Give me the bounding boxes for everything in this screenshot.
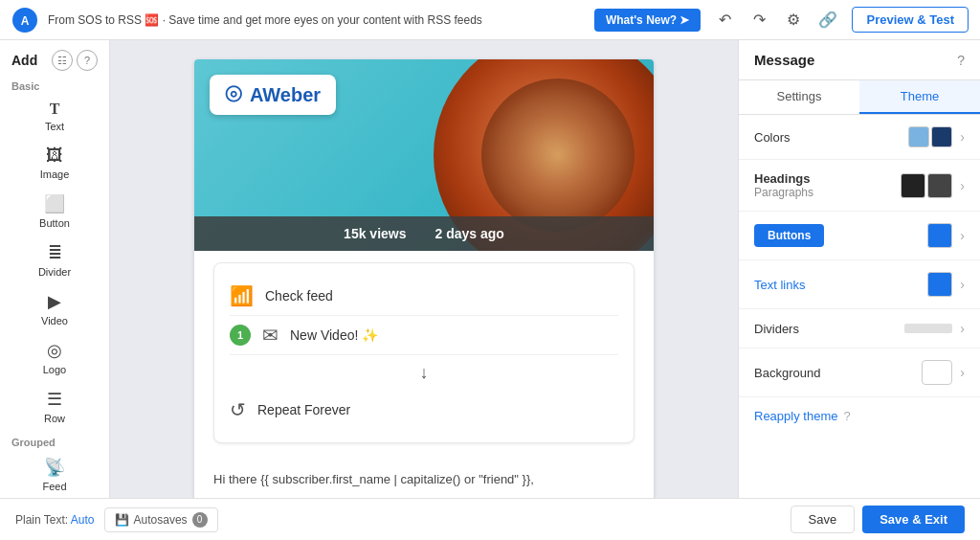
food-stat-views: 15k views	[344, 226, 406, 241]
background-swatch[interactable]	[922, 360, 952, 385]
tab-settings[interactable]: Settings	[739, 80, 859, 114]
redo-button[interactable]: ↷	[745, 6, 773, 34]
settings-icon[interactable]: ⚙	[779, 6, 808, 34]
buttons-color-swatch[interactable]	[927, 223, 952, 248]
email-preview: ⦾ AWeber 15k views 2 days ago 📶	[194, 59, 654, 521]
theme-row-textlinks: Text links ›	[739, 260, 980, 309]
paragraphs-label: Paragraphs	[754, 186, 893, 199]
color-swatch-2[interactable]	[931, 126, 952, 147]
bottom-bar: Plain Text: Auto 💾 Autosaves 0 Save Save…	[0, 498, 980, 540]
dividers-label: Dividers	[754, 322, 822, 336]
email-header: ⦾ AWeber 15k views 2 days ago	[194, 59, 654, 251]
heading-swatch-2[interactable]	[927, 173, 952, 198]
feed-arrow: ↓	[230, 355, 618, 391]
bottom-left: Plain Text: Auto 💾 Autosaves 0	[15, 507, 218, 532]
color-swatch-1[interactable]	[908, 126, 929, 147]
theme-row-buttons: Buttons ›	[739, 212, 980, 260]
save-button[interactable]: Save	[791, 506, 856, 533]
sidebar-item-feed[interactable]: 📡 Feed	[6, 451, 103, 498]
sidebar-item-row[interactable]: ☰ Row	[6, 383, 103, 430]
colors-swatches	[908, 126, 952, 147]
check-feed-icon: 📶	[230, 284, 254, 307]
sidebar-item-logo[interactable]: ◎ Logo	[6, 334, 103, 381]
sidebar-help-icon[interactable]: ?	[77, 50, 98, 71]
tabs-row: Settings Theme	[739, 80, 980, 115]
autosaves-label: Autosaves	[134, 513, 188, 527]
envelope-icon: ✉	[262, 324, 278, 347]
sidebar-item-image-label: Image	[40, 169, 70, 180]
preview-test-button[interactable]: Preview & Test	[852, 7, 969, 33]
whats-new-button[interactable]: What's New? ➤	[594, 9, 702, 32]
sidebar-item-text-label: Text	[45, 121, 64, 132]
textlinks-chevron-icon[interactable]: ›	[960, 277, 965, 292]
autosaves-icon: 💾	[115, 513, 129, 527]
logo-icon: ◎	[47, 340, 62, 361]
buttons-chevron-icon[interactable]: ›	[960, 228, 965, 243]
reapply-link[interactable]: Reapply theme	[754, 409, 837, 423]
theme-row-dividers: Dividers ›	[739, 309, 980, 349]
background-chevron-icon[interactable]: ›	[960, 365, 965, 380]
divider-icon: ≣	[48, 242, 62, 263]
background-label: Background	[754, 366, 831, 380]
plain-text-auto[interactable]: Auto	[71, 513, 95, 527]
theme-row-colors: Colors ›	[739, 115, 980, 160]
sidebar-item-text[interactable]: T Text	[6, 95, 103, 138]
content-area: ⦾ AWeber 15k views 2 days ago 📶	[110, 40, 738, 540]
save-exit-button[interactable]: Save & Exit	[862, 506, 965, 533]
feed-item-check: 📶 Check feed	[230, 277, 618, 316]
tab-theme[interactable]: Theme	[859, 80, 980, 114]
dividers-chevron-icon[interactable]: ›	[960, 321, 965, 336]
feed-badge: 1	[230, 325, 251, 346]
sidebar-add-icons: ☷ ?	[52, 50, 98, 71]
right-panel: Message ? Settings Theme Colors › Headin…	[738, 40, 980, 540]
sidebar-item-logo-label: Logo	[43, 364, 66, 375]
food-stat-time: 2 days ago	[435, 226, 504, 241]
reapply-row: Reapply theme ?	[739, 397, 980, 435]
feed-card: 📶 Check feed 1 ✉ New Video! ✨ ↓ ↺ Repeat…	[213, 262, 635, 443]
heading-swatch-1[interactable]	[901, 173, 925, 198]
autosaves-button[interactable]: 💾 Autosaves 0	[104, 507, 218, 532]
repeat-label: Repeat Forever	[257, 402, 350, 417]
sidebar-grid-icon[interactable]: ☷	[52, 50, 73, 71]
feed-icon: 📡	[44, 457, 65, 478]
text-links-label[interactable]: Text links	[754, 278, 805, 292]
sidebar-item-image[interactable]: 🖼 Image	[6, 140, 103, 186]
topbar: A From SOS to RSS 🆘 · Save time and get …	[0, 0, 980, 40]
main-layout: Add ☷ ? Basic T Text 🖼 Image ⬜ Button ≣ …	[0, 40, 980, 540]
topbar-icons: ↶ ↷ ⚙ 🔗	[710, 6, 842, 34]
aweber-logo-text: AWeber	[250, 84, 321, 106]
colors-chevron-icon[interactable]: ›	[960, 129, 965, 145]
buttons-swatch[interactable]: Buttons	[754, 224, 824, 247]
autosaves-badge: 0	[192, 512, 208, 528]
sidebar-item-video[interactable]: ▶ Video	[6, 285, 103, 332]
sidebar-item-button-label: Button	[39, 217, 70, 229]
sidebar-item-divider[interactable]: ≣ Divider	[6, 236, 103, 283]
right-panel-help-icon[interactable]: ?	[957, 53, 965, 68]
headings-chevron-icon[interactable]: ›	[960, 178, 965, 193]
theme-row-background: Background ›	[739, 349, 980, 397]
aweber-logo-icon: ⦾	[225, 82, 242, 107]
headings-label: Headings	[754, 171, 893, 186]
textlinks-color-swatch[interactable]	[927, 272, 952, 297]
topbar-message: From SOS to RSS 🆘 · Save time and get mo…	[48, 13, 585, 27]
food-stats: 15k views 2 days ago	[194, 216, 654, 251]
sidebar-item-button[interactable]: ⬜ Button	[6, 188, 103, 235]
undo-button[interactable]: ↶	[710, 6, 739, 34]
sidebar-item-video-label: Video	[41, 315, 68, 326]
new-video-label: New Video! ✨	[290, 327, 378, 343]
sidebar-add-label: Add	[11, 53, 37, 68]
dividers-swatch[interactable]	[904, 324, 952, 333]
sidebar-grouped-label: Grouped	[0, 431, 109, 450]
theme-row-headings: Headings Paragraphs ›	[739, 160, 980, 212]
share-icon[interactable]: 🔗	[813, 6, 842, 34]
right-panel-header: Message ?	[739, 40, 980, 80]
right-panel-title: Message	[754, 52, 814, 68]
button-icon: ⬜	[44, 193, 65, 214]
reapply-help-icon[interactable]: ?	[843, 409, 850, 423]
bottom-right: Save Save & Exit	[791, 506, 965, 533]
plain-text-label: Plain Text: Auto	[15, 513, 95, 527]
headings-swatches	[901, 173, 952, 198]
theme-content: Colors › Headings Paragraphs ›	[739, 115, 980, 540]
video-icon: ▶	[48, 291, 61, 312]
email-body-text-1: Hi there {{ subscriber.first_name | capi…	[213, 470, 635, 490]
